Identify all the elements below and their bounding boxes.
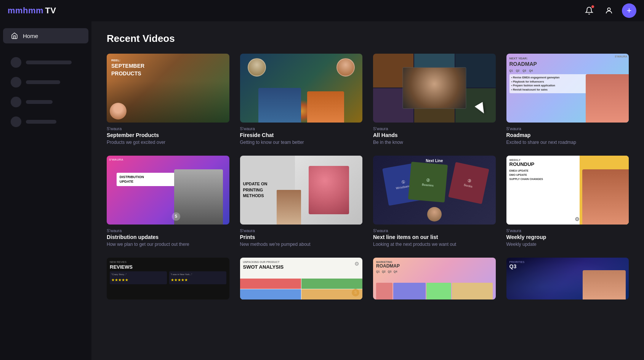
video-card-roadmap[interactable]: NEXT YEAR: ROADMAP Q1 Q2 Q3 Q4 • Revise … xyxy=(506,54,629,145)
dist-author: S'waura xyxy=(107,228,229,233)
prints-product xyxy=(295,156,362,225)
next-title: Next line items on our list xyxy=(373,234,496,240)
weekly-items: EMEA UPDATE DMO UPDATE SUPPLY CHAIN CHAN… xyxy=(509,169,577,182)
video-card-next-line[interactable]: Next Line ①Wristbands ②Beanies ③Socks xyxy=(373,156,496,247)
video-thumb-priorities: PRIORITIES Q3 xyxy=(506,258,629,299)
sidebar-text-2 xyxy=(26,80,60,84)
weekly-subtitle: WEEKLY xyxy=(509,159,577,161)
fire-title: Fireside Chat xyxy=(240,132,363,138)
logo-tv: TV xyxy=(45,6,56,15)
reviews-newlabel: NEW REVIES xyxy=(110,261,226,263)
top-navigation: mmhmmTV + xyxy=(0,0,644,21)
sidebar-avatar-1 xyxy=(11,57,21,68)
sidebar-home-label: Home xyxy=(23,33,38,39)
sep-thumb-text: REEL: SEPTEMBER PRODUCTS xyxy=(111,58,144,77)
video-card-all-hands[interactable]: S'waura All Hands Be in the know xyxy=(373,54,496,145)
profile-button[interactable] xyxy=(602,4,616,18)
swot-title: SWOT ANALYSIS xyxy=(243,264,360,270)
sidebar-avatar-3 xyxy=(11,97,21,107)
video-card-sep-products[interactable]: REEL: SEPTEMBER PRODUCTS S'waura Septemb… xyxy=(107,54,229,145)
weekly-desc: Weekly update xyxy=(506,242,629,247)
main-layout: Home Recent Videos xyxy=(0,21,644,360)
video-thumb-reviews: NEW REVIES REVIEWS "Crazy Story..." ★★★★… xyxy=(107,258,229,299)
swot-t xyxy=(301,289,362,299)
main-content: Recent Videos REEL: SEPTEMBER PRODUCTS xyxy=(91,21,644,360)
fire-desc: Getting to know our team better xyxy=(240,140,363,145)
video-card-prints[interactable]: UPDATE ONPRINTINGMETHODS S'waura Prints … xyxy=(240,156,363,247)
sidebar-text-1 xyxy=(26,61,72,64)
sidebar: Home xyxy=(0,21,91,360)
video-thumb-roadmap: NEXT YEAR: ROADMAP Q1 Q2 Q3 Q4 • Revise … xyxy=(506,54,629,123)
sep-author: S'waura xyxy=(107,126,229,131)
sidebar-text-4 xyxy=(26,120,56,124)
logo-mmhmm: mmhmm xyxy=(8,6,43,15)
dist-person xyxy=(174,169,223,225)
next-avatar xyxy=(427,207,442,221)
reviews-quotes: "Crazy Story..." ★★★★★ "I was in New Yor… xyxy=(110,271,226,284)
video-thumb-weekly: WEEKLY ROUNDUP EMEA UPDATE DMO UPDATE SU… xyxy=(506,156,629,225)
mroad-content: MARKETING ROADMAP Q1 Q2 Q3 Q4 xyxy=(373,258,496,299)
prints-author: S'waura xyxy=(240,228,363,233)
swot-o xyxy=(240,289,301,299)
review-2: "I was in New York..." ★★★★★ xyxy=(169,271,226,284)
weekly-text-area: WEEKLY ROUNDUP EMEA UPDATE DMO UPDATE SU… xyxy=(506,156,580,225)
weekly-author: S'waura xyxy=(506,228,629,233)
prio-person xyxy=(583,270,626,299)
fire-avatar-1 xyxy=(248,58,266,76)
next-label: Next Line xyxy=(373,159,496,163)
video-card-weekly[interactable]: WEEKLY ROUNDUP EMEA UPDATE DMO UPDATE SU… xyxy=(506,156,629,247)
sidebar-item-home[interactable]: Home xyxy=(3,28,88,43)
road-title-meta: Roadmap xyxy=(506,132,629,138)
hands-main-speaker xyxy=(402,67,466,109)
dist-title: Distribution updates xyxy=(107,234,229,240)
notifications-button[interactable] xyxy=(582,4,596,18)
swot-w xyxy=(301,279,362,289)
swot-s xyxy=(240,279,301,289)
weekly-roundup: ROUNDUP xyxy=(509,161,577,167)
video-card-distribution[interactable]: S'WAURA DISTRIBUTIONUPDATE S S'waura Dis… xyxy=(107,156,229,247)
road-desc: Excited to share our next roadmap xyxy=(506,140,629,145)
video-grid-row3: NEW REVIES REVIEWS "Crazy Story..." ★★★★… xyxy=(107,258,629,299)
add-button[interactable]: + xyxy=(622,3,636,18)
prints-shirt xyxy=(309,166,349,214)
prints-person xyxy=(277,190,301,224)
weekly-person xyxy=(582,169,629,225)
notification-dot xyxy=(591,5,594,8)
sidebar-text-3 xyxy=(26,100,53,104)
road-person xyxy=(586,74,629,123)
hands-author: S'waura xyxy=(373,126,496,131)
weekly-gear: ⚙ xyxy=(575,216,580,222)
mroad-subtitle: MARKETING xyxy=(376,261,493,263)
hands-title: All Hands xyxy=(373,132,496,138)
sidebar-avatar-4 xyxy=(11,116,21,127)
video-card-fireside[interactable]: S'waura Fireside Chat Getting to know ou… xyxy=(240,54,363,145)
video-card-mkt-roadmap[interactable]: MARKETING ROADMAP Q1 Q2 Q3 Q4 xyxy=(373,258,496,299)
sep-desc: Products we got excited over xyxy=(107,140,229,145)
sep-avatar xyxy=(110,103,127,119)
app-logo: mmhmmTV xyxy=(8,6,56,16)
prints-desc: New methods we're pumped about xyxy=(240,242,363,247)
fire-person-2 xyxy=(307,91,344,122)
swot-content: UNPACKING OUR PRODUCT SWOT ANALYSIS ⚙ S xyxy=(240,258,363,299)
nav-icons: + xyxy=(582,3,636,18)
review-1: "Crazy Story..." ★★★★★ xyxy=(110,271,167,284)
sidebar-placeholder-2 xyxy=(3,73,88,91)
video-card-swot[interactable]: UNPACKING OUR PRODUCT SWOT ANALYSIS ⚙ S xyxy=(240,258,363,299)
weekly-title: Weekly regroup xyxy=(506,234,629,240)
hands-desc: Be in the know xyxy=(373,140,496,145)
fire-avatar-2 xyxy=(336,58,355,76)
dist-logo: S'WAURA xyxy=(109,158,123,161)
next-desc: Looking at the next products we want out xyxy=(373,242,496,247)
swot-gear: ⚙ xyxy=(354,261,359,267)
prints-title: Prints xyxy=(240,234,363,240)
video-card-reviews[interactable]: NEW REVIES REVIEWS "Crazy Story..." ★★★★… xyxy=(107,258,229,299)
sidebar-placeholder-1 xyxy=(3,53,88,72)
stars-1: ★★★★★ xyxy=(111,277,165,283)
dist-s-logo: S xyxy=(172,212,180,221)
road-title: ROADMAP xyxy=(509,61,626,67)
swot-grid xyxy=(240,279,363,299)
video-thumb-mkt-roadmap: MARKETING ROADMAP Q1 Q2 Q3 Q4 xyxy=(373,258,496,299)
home-icon xyxy=(11,32,18,40)
video-card-priorities[interactable]: PRIORITIES Q3 xyxy=(506,258,629,299)
sidebar-avatar-2 xyxy=(11,77,21,88)
